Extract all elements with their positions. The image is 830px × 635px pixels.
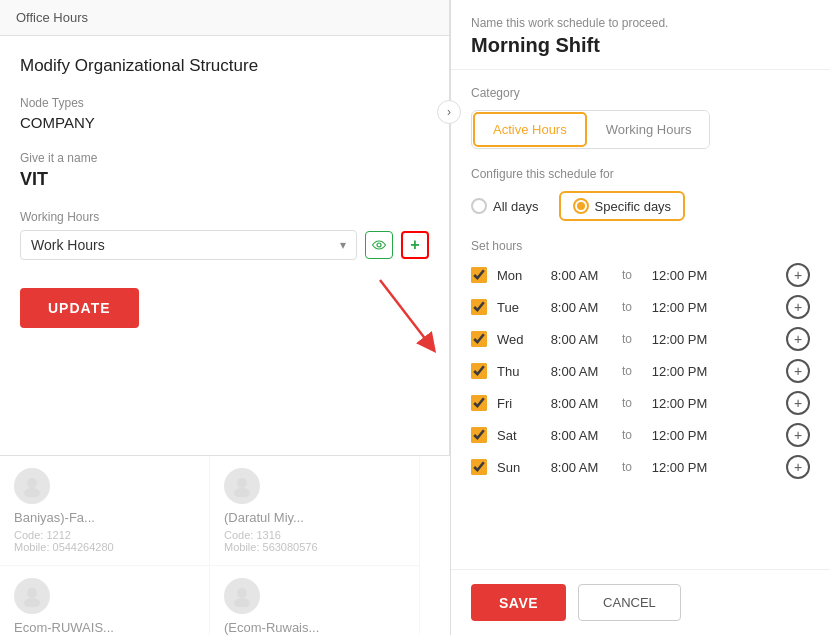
add-time-button-mon[interactable]: + [786,263,810,287]
save-button[interactable]: SAVE [471,584,566,621]
card-baniyas-title: Baniyas)-Fa... [14,510,195,525]
configure-radio-group: All days Specific days [471,191,810,221]
time-end-thu[interactable]: 12:00 PM [642,364,717,379]
day-row-sat: Sat 8:00 AM to 12:00 PM + [471,423,810,447]
days-container: Mon 8:00 AM to 12:00 PM + Tue 8:00 AM to… [471,263,810,479]
radio-all-days[interactable]: All days [471,198,539,214]
avatar-ecom-ruwais [14,578,50,614]
time-from-mon[interactable]: 8:00 AM [537,268,612,283]
radio-specific-days-box[interactable]: Specific days [559,191,686,221]
avatar-daratul [224,468,260,504]
card-ecom-ruwais2: (Ecom-Ruwais... Code: L152 Mobile: 56714… [210,566,420,635]
right-panel: Name this work schedule to proceed. Morn… [450,0,830,635]
day-checkbox-mon[interactable] [471,267,487,283]
day-row-thu: Thu 8:00 AM to 12:00 PM + [471,359,810,383]
radio-all-days-circle [471,198,487,214]
add-time-button-sun[interactable]: + [786,455,810,479]
svg-point-4 [234,488,250,497]
day-checkbox-wed[interactable] [471,331,487,347]
time-to-label-wed: to [622,332,632,346]
card-baniyas-code: Code: 1212 [14,529,195,541]
cancel-button[interactable]: CANCEL [578,584,681,621]
avatar-baniyas [14,468,50,504]
day-name-fri: Fri [497,396,527,411]
time-from-tue[interactable]: 8:00 AM [537,300,612,315]
eye-icon-button[interactable] [365,231,393,259]
plus-icon: + [410,236,419,254]
time-from-sat[interactable]: 8:00 AM [537,428,612,443]
svg-point-3 [237,478,247,488]
add-time-button-tue[interactable]: + [786,295,810,319]
time-end-wed[interactable]: 12:00 PM [642,332,717,347]
collapse-panel-button[interactable]: › [437,100,461,124]
card-baniyas: Baniyas)-Fa... Code: 1212 Mobile: 054426… [0,456,210,566]
modify-label: Modify Organizational Structure [20,56,429,76]
add-time-button-fri[interactable]: + [786,391,810,415]
chevron-right-icon: › [447,105,451,119]
time-end-sat[interactable]: 12:00 PM [642,428,717,443]
card-ecom-ruwais: Ecom-RUWAIS... Code: L156 Mobile: 563755… [0,566,210,635]
tab-active-hours[interactable]: Active Hours [473,112,587,147]
day-row-mon: Mon 8:00 AM to 12:00 PM + [471,263,810,287]
day-name-sun: Sun [497,460,527,475]
add-working-hours-button[interactable]: + [401,231,429,259]
card-baniyas-mobile: Mobile: 0544264280 [14,541,195,553]
time-end-mon[interactable]: 12:00 PM [642,268,717,283]
time-to-label-mon: to [622,268,632,282]
tab-working-hours[interactable]: Working Hours [588,111,710,148]
schedule-name: Morning Shift [471,34,810,57]
svg-point-6 [24,598,40,607]
day-checkbox-sun[interactable] [471,459,487,475]
node-types-value: COMPANY [20,114,429,131]
day-checkbox-thu[interactable] [471,363,487,379]
card-ecom-ruwais2-title: (Ecom-Ruwais... [224,620,405,635]
time-from-fri[interactable]: 8:00 AM [537,396,612,411]
plus-icon-day-sun: + [794,460,802,474]
modify-section: Modify Organizational Structure [20,56,429,76]
add-time-button-sat[interactable]: + [786,423,810,447]
svg-point-1 [27,478,37,488]
card-ecom-ruwais-title: Ecom-RUWAIS... [14,620,195,635]
time-to-label-sat: to [622,428,632,442]
day-row-wed: Wed 8:00 AM to 12:00 PM + [471,327,810,351]
node-types-label: Node Types [20,96,429,110]
give-name-label: Give it a name [20,151,429,165]
set-hours-label: Set hours [471,239,810,253]
day-checkbox-fri[interactable] [471,395,487,411]
node-types-section: Node Types COMPANY [20,96,429,131]
avatar-ecom-ruwais2 [224,578,260,614]
day-name-mon: Mon [497,268,527,283]
card-daratul-mobile: Mobile: 563080576 [224,541,405,553]
svg-point-2 [24,488,40,497]
svg-point-7 [237,588,247,598]
time-end-fri[interactable]: 12:00 PM [642,396,717,411]
day-row-sun: Sun 8:00 AM to 12:00 PM + [471,455,810,479]
time-from-wed[interactable]: 8:00 AM [537,332,612,347]
category-tabs: Active Hours Working Hours [471,110,710,149]
card-daratul: (Daratul Miy... Code: 1316 Mobile: 56308… [210,456,420,566]
panel-content: Modify Organizational Structure Node Typ… [0,36,449,348]
add-time-button-wed[interactable]: + [786,327,810,351]
radio-all-days-label: All days [493,199,539,214]
working-hours-select[interactable]: Work Hours ▾ [20,230,357,260]
plus-icon-day-thu: + [794,364,802,378]
give-name-value: VIT [20,169,429,190]
working-hours-section: Working Hours Work Hours ▾ + [20,210,429,260]
time-end-sun[interactable]: 12:00 PM [642,460,717,475]
plus-icon-day-mon: + [794,268,802,282]
chevron-down-icon: ▾ [340,238,346,252]
svg-point-8 [234,598,250,607]
svg-point-5 [27,588,37,598]
time-from-thu[interactable]: 8:00 AM [537,364,612,379]
add-time-button-thu[interactable]: + [786,359,810,383]
time-to-label-tue: to [622,300,632,314]
card-daratul-title: (Daratul Miy... [224,510,405,525]
working-hours-row: Work Hours ▾ + [20,230,429,260]
time-from-sun[interactable]: 8:00 AM [537,460,612,475]
day-checkbox-tue[interactable] [471,299,487,315]
day-name-sat: Sat [497,428,527,443]
update-button[interactable]: UPDATE [20,288,139,328]
svg-point-0 [377,243,381,247]
time-end-tue[interactable]: 12:00 PM [642,300,717,315]
day-checkbox-sat[interactable] [471,427,487,443]
